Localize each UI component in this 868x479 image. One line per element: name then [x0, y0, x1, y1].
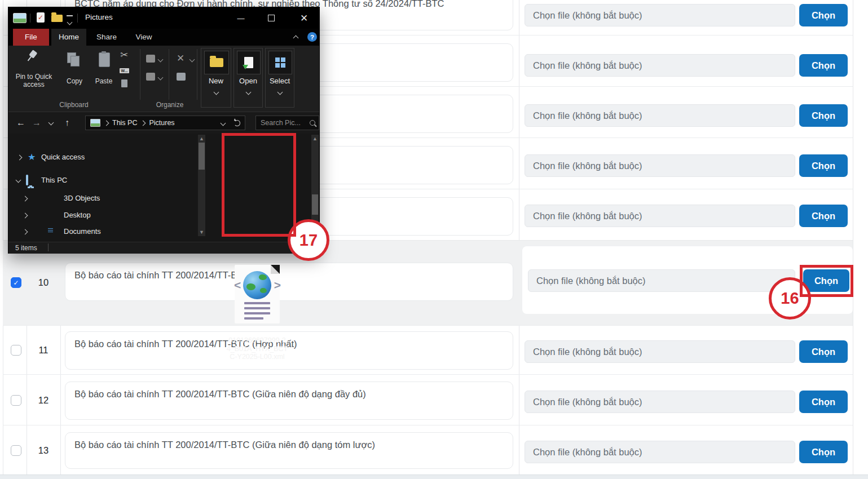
back-icon[interactable]: ← — [14, 116, 28, 130]
select-dropdown-icon[interactable] — [277, 90, 283, 95]
tab-share[interactable]: Share — [89, 29, 125, 46]
file-input[interactable]: Chọn file (không bắt buộc) — [525, 340, 795, 363]
sidebar-item-label: Desktop — [64, 211, 91, 219]
paste-shortcut-icon[interactable] — [121, 79, 127, 87]
open-group[interactable]: Open — [233, 48, 263, 108]
description-box: Bộ báo cáo tài chính TT 200/2014/TT-BTC … — [65, 382, 513, 420]
sidebar-item-label: Quick access — [41, 153, 85, 161]
file-input[interactable]: Chọn file (không bắt buộc) — [525, 104, 795, 127]
choose-file-button[interactable]: Chọn — [799, 391, 848, 413]
row-checkbox[interactable] — [11, 445, 21, 456]
expand-icon[interactable] — [23, 196, 28, 201]
up-icon[interactable]: ↑ — [60, 116, 74, 130]
choose-file-button[interactable]: Chọn — [799, 4, 848, 26]
refresh-icon[interactable] — [234, 120, 240, 126]
copy-button[interactable]: Copy — [61, 77, 87, 85]
scroll-up-icon[interactable]: ▲ — [311, 136, 319, 141]
new-group[interactable]: New — [201, 48, 231, 108]
copy-path-icon[interactable]: W... — [120, 68, 129, 73]
tab-view[interactable]: View — [127, 29, 161, 46]
move-to-icon[interactable] — [146, 55, 155, 63]
sidebar-item-3d-objects[interactable]: 3D Objects — [8, 192, 195, 205]
breadcrumb-pictures[interactable]: Pictures — [149, 119, 174, 127]
tab-file[interactable]: File — [13, 29, 49, 46]
minimize-button[interactable]: — — [233, 12, 249, 24]
pin-icon[interactable] — [26, 50, 38, 63]
sidebar-item-this-pc[interactable]: This PC — [8, 174, 195, 187]
breadcrumb-this-pc[interactable]: This PC — [112, 119, 137, 127]
scrollbar-thumb[interactable] — [199, 143, 205, 170]
new-button-label[interactable]: New — [201, 77, 231, 85]
explorer-title-bar[interactable]: ✓ Pictures — ✕ — [8, 7, 319, 29]
move-to-dropdown-icon[interactable] — [158, 57, 164, 63]
rename-icon[interactable] — [177, 73, 186, 81]
new-dropdown-icon[interactable] — [214, 90, 219, 95]
open-button-label[interactable]: Open — [234, 77, 262, 85]
expand-icon[interactable] — [17, 154, 23, 160]
address-dropdown-icon[interactable] — [221, 120, 226, 126]
select-group[interactable]: Select — [265, 48, 294, 108]
close-button[interactable]: ✕ — [296, 12, 312, 24]
copy-to-icon[interactable] — [146, 73, 155, 81]
delete-dropdown-icon[interactable] — [190, 57, 195, 63]
file-input[interactable]: Chọn file (không bắt buộc) — [525, 441, 795, 463]
collapse-icon[interactable] — [16, 178, 21, 183]
sidebar-item-label: 3D Objects — [64, 194, 100, 202]
doc-line — [244, 317, 263, 320]
choose-file-button[interactable]: Chọn — [799, 205, 848, 227]
file-input[interactable]: Chọn file (không bắt buộc) — [525, 4, 795, 26]
delete-icon[interactable]: ✕ — [177, 54, 184, 63]
choose-file-button[interactable]: Chọn — [799, 54, 848, 77]
customize-quick-access-icon[interactable] — [67, 15, 73, 26]
bottom-edge-strip — [0, 474, 868, 479]
choose-file-button[interactable]: Chọn — [799, 441, 848, 463]
open-dropdown-icon[interactable] — [246, 90, 252, 95]
file-input[interactable]: Chọn file (không bắt buộc) — [525, 391, 795, 413]
annotation-highlight-file — [222, 133, 296, 237]
breadcrumb-separator-icon — [140, 120, 146, 126]
sidebar-item-desktop[interactable]: Desktop — [8, 209, 195, 222]
row-checkbox[interactable] — [11, 345, 21, 356]
new-folder-qat-icon[interactable] — [51, 15, 63, 22]
scroll-down-icon[interactable]: ▼ — [198, 229, 205, 235]
select-button-label[interactable]: Select — [266, 77, 294, 85]
paste-button[interactable]: Paste — [91, 77, 117, 85]
search-box[interactable]: Search Pic... — [255, 116, 319, 130]
address-box[interactable]: This PC Pictures — [85, 116, 245, 130]
file-input[interactable]: Chọn file (không bắt buộc) — [525, 54, 795, 77]
choose-file-button[interactable]: Chọn — [799, 104, 848, 127]
tree-scrollbar[interactable]: ▲ ▼ — [198, 135, 205, 236]
scrollbar-thumb[interactable] — [312, 194, 318, 215]
copy-icon — [67, 52, 81, 67]
copy-to-dropdown-icon[interactable] — [158, 75, 164, 81]
xml-bracket-right: > — [274, 278, 281, 292]
sidebar-item-quick-access[interactable]: ★ Quick access — [8, 150, 195, 164]
properties-check-icon[interactable]: ✓ — [37, 12, 45, 23]
collapse-ribbon-icon[interactable] — [293, 36, 299, 41]
recent-locations-icon[interactable] — [49, 120, 54, 126]
cut-icon[interactable]: ✂ — [120, 49, 128, 61]
tab-home[interactable]: Home — [51, 29, 86, 46]
forward-icon[interactable]: → — [30, 116, 43, 130]
sidebar-item-documents[interactable]: Documents — [8, 225, 195, 238]
open-file-icon[interactable] — [237, 51, 261, 74]
select-grid-icon[interactable] — [268, 51, 292, 74]
file-input[interactable]: Chọn file (không bắt buộc) — [528, 269, 795, 292]
row-checkbox[interactable] — [11, 395, 21, 406]
item-count: 5 items — [15, 244, 37, 252]
row-checkbox[interactable] — [11, 277, 21, 288]
help-icon[interactable]: ? — [307, 32, 317, 42]
search-icon — [310, 120, 315, 126]
file-input[interactable]: Chọn file (không bắt buộc) — [525, 154, 795, 177]
new-folder-icon[interactable] — [204, 51, 229, 74]
choose-file-button[interactable]: Chọn — [799, 154, 848, 177]
maximize-button[interactable] — [263, 12, 279, 24]
expand-icon[interactable] — [23, 212, 28, 218]
scroll-up-icon[interactable]: ▲ — [198, 136, 205, 141]
file-name: 0101360697999-2 4_B01A_HTX_BCT C-Y2025-L… — [221, 336, 294, 361]
file-input[interactable]: Chọn file (không bắt buộc) — [525, 205, 795, 227]
choose-file-button[interactable]: Chọn — [799, 340, 848, 363]
expand-icon[interactable] — [23, 229, 28, 234]
pin-to-quick-access-button[interactable]: Pin to Quick access — [10, 73, 58, 88]
description-box: Bộ báo cáo tài chính TT 200/2014/TT-BTC … — [65, 432, 513, 469]
